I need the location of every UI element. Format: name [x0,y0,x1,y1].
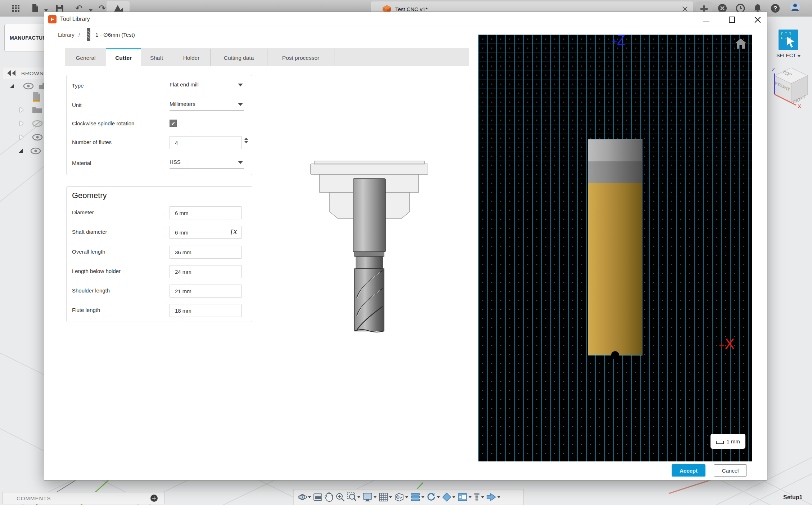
app-screen: ↶ ↷ Test CNC v1* [0,0,812,505]
select-tool-label[interactable]: SELECT [772,53,805,58]
eye-visible-icon[interactable] [30,147,41,155]
unit-dropdown[interactable]: Millimeters [170,101,244,111]
length-below-holder-input[interactable] [170,265,242,278]
scale-bracket-icon [716,441,724,444]
close-icon[interactable] [754,16,761,23]
tree-row[interactable] [20,132,43,143]
tab-cutter[interactable]: Cutter [106,48,141,66]
collapse-panel-icon[interactable] [7,70,16,76]
select-tool-button[interactable] [779,30,798,50]
collapsed-triangle-icon[interactable] [20,107,23,112]
breadcrumb-current-tool: 1 - ∅6mm (Test) [95,32,135,38]
setup-label: Setup1 [783,494,802,501]
help-icon[interactable]: ? [770,3,780,13]
viewports-icon[interactable] [394,492,408,502]
tree-row[interactable] [9,81,48,91]
accept-button[interactable]: Accept [672,464,705,477]
chevron-down-icon [238,103,243,106]
viewcube-z-axis-label: Z [772,66,775,72]
zoom-window-icon[interactable] [347,492,360,502]
tool-shank-upper [588,139,642,161]
orbit-icon[interactable] [298,492,311,502]
flute-length-label: Flute length [72,307,100,313]
tool-3d-model[interactable] [588,139,642,355]
tree-row[interactable] [20,118,43,129]
breadcrumb-library-link[interactable]: Library [58,32,75,38]
fx-expression-icon[interactable]: ƒx [230,227,237,236]
tab-shaft[interactable]: Shaft [141,48,172,66]
avatar[interactable] [790,2,800,12]
shoulder-length-input[interactable] [170,285,242,298]
tool-library-dialog: F Tool Library Library / 1 - ∅6mm (Test)… [44,12,767,481]
overall-length-input[interactable] [170,246,242,259]
material-value: HSS [170,159,181,165]
tool-icon[interactable] [474,492,484,502]
tab-general[interactable]: General [65,48,106,66]
breadcrumb-separator: / [78,32,80,38]
material-label: Material [72,160,91,166]
collapsed-triangle-icon[interactable] [20,135,23,140]
collapsed-triangle-icon[interactable] [20,121,23,126]
grid-and-snaps-icon[interactable] [379,492,392,502]
number-of-flutes-input[interactable] [170,136,242,149]
document-settings-icon [32,91,41,102]
tool-2d-preview [306,159,432,335]
maximize-icon[interactable] [729,17,735,23]
flutes-stepper[interactable] [244,138,248,143]
pan-icon[interactable] [325,492,333,502]
dialog-tabbar: General Cutter Shaft Holder Cutting data… [65,48,469,66]
regenerate-icon[interactable] [427,492,440,502]
view-cube[interactable]: TOP FRONT RIGHT Z X [769,65,812,109]
minimize-icon[interactable] [703,21,709,22]
dialog-title: Tool Library [60,16,90,22]
tool-tip-origin-dot [611,351,619,359]
add-comment-icon[interactable] [150,495,158,502]
tool-flute-body [588,183,642,355]
post-process-icon[interactable] [486,493,500,501]
x-axis-label: +X [719,335,735,353]
tree-row[interactable] [20,104,42,115]
app-grid-icon[interactable] [11,3,21,13]
eye-hidden-icon[interactable] [32,120,43,128]
spindle-rotation-label: Clockwise spindle rotation [72,120,134,126]
cancel-button[interactable]: Cancel [714,464,747,477]
expanded-triangle-icon[interactable] [9,83,15,89]
diameter-label: Diameter [72,209,94,215]
expanded-triangle-icon[interactable] [18,148,24,154]
tab-post-processor[interactable]: Post processor [267,48,334,66]
viewcube-x-axis-label: X [798,103,801,109]
stepper-up-icon [244,138,248,140]
look-at-icon[interactable] [313,493,322,501]
eye-visible-icon[interactable] [23,82,34,90]
file-icon[interactable] [30,3,40,13]
display-settings-icon[interactable] [362,492,376,502]
diameter-input[interactable] [170,206,242,219]
tree-row[interactable] [32,91,41,102]
zoom-icon[interactable] [335,492,345,502]
home-view-icon[interactable] [735,38,747,49]
chevron-down-icon [238,161,243,164]
length-below-holder-label: Length below holder [72,268,121,274]
tool-thumbnail-icon [86,28,91,41]
tool-3d-viewport[interactable]: +Z +X 1 mm [478,35,752,461]
stock-icon[interactable] [442,492,455,502]
eye-visible-icon[interactable] [32,134,43,141]
type-dropdown[interactable]: Flat end mill [170,81,244,91]
navigation-toolbar [293,489,524,505]
dialog-titlebar[interactable]: F Tool Library [44,12,767,27]
tree-row[interactable] [18,146,41,156]
type-label: Type [72,82,84,89]
folder-icon [32,106,42,113]
tab-holder[interactable]: Holder [172,48,211,66]
machine-icon[interactable] [457,492,472,502]
unit-label: Unit [72,102,82,108]
comments-label: COMMENTS [17,495,51,501]
toolpath-icon[interactable] [410,493,424,501]
tab-cutting-data[interactable]: Cutting data [211,48,267,66]
material-dropdown[interactable]: HSS [170,159,244,169]
geometry-section-title: Geometry [72,191,107,200]
spindle-rotation-checkbox[interactable]: ✔ [170,120,177,127]
comments-bar[interactable]: COMMENTS [3,492,164,504]
flute-length-input[interactable] [170,304,242,317]
chevron-down-icon [238,84,243,86]
